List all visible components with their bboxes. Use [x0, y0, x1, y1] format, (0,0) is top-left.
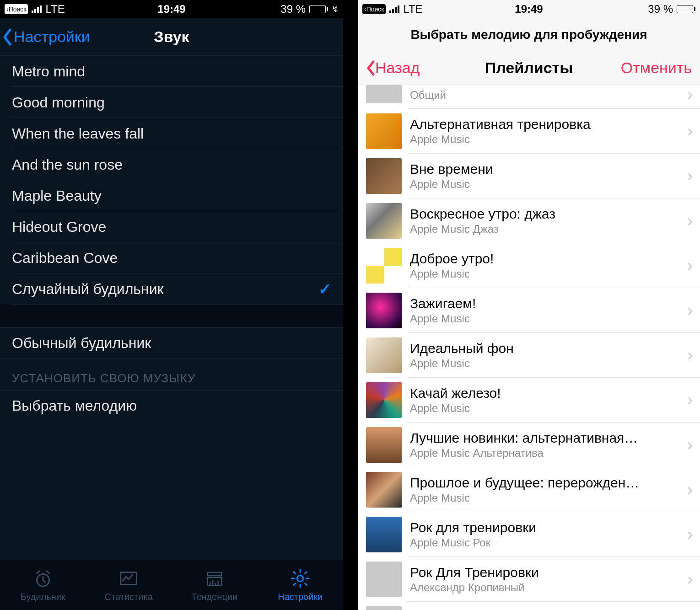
sound-label: When the leaves fall [12, 125, 144, 142]
back-button[interactable]: Настройки [0, 28, 90, 46]
playlist-artwork [366, 248, 402, 284]
sound-row[interactable]: Metro mind [0, 56, 343, 87]
tab-alarm[interactable]: Будильник [0, 560, 86, 610]
playlist-row[interactable]: Воскресное утро: джазApple Music Джаз› [358, 198, 700, 243]
chart-line-icon [118, 568, 139, 589]
back-to-app-pill[interactable]: ‹ Поиск [362, 4, 386, 14]
playlist-row[interactable]: Рок Для ТренировкиАлександр Кропивный› [358, 557, 700, 602]
sound-row[interactable]: Hideout Grove [0, 211, 343, 242]
playlist-artwork [366, 472, 402, 508]
playlist-row[interactable]: Лучшие новинки: альтернативная…Apple Mus… [358, 423, 700, 467]
playlists-list[interactable]: Общий›Альтернативная тренировкаApple Mus… [358, 85, 700, 610]
back-to-app-label: Поиск [9, 5, 27, 13]
playlist-title: Альтернативная тренировка [410, 117, 675, 132]
playlist-subtitle: Apple Music [410, 492, 675, 504]
status-bar: ‹ Поиск LTE 19:49 39 % [358, 0, 700, 18]
svg-point-4 [297, 575, 303, 581]
sound-row[interactable]: Caribbean Cove [0, 242, 343, 273]
page-title: Плейлисты [485, 59, 573, 77]
playlist-row[interactable]: Прошлое и будущее: перерожден…Apple Musi… [358, 467, 700, 512]
playlist-row[interactable]: Качай железо!Apple Music› [358, 378, 700, 423]
tab-label: Настройки [278, 592, 323, 602]
back-label: Назад [375, 59, 420, 77]
playlist-artwork [366, 203, 402, 239]
sound-label: And the sun rose [12, 156, 123, 173]
checkmark-icon: ✓ [318, 280, 331, 298]
sound-row[interactable]: Good morning [0, 87, 343, 118]
section-header-own-music: УСТАНОВИТЬ СВОЮ МУЗЫКУ [0, 359, 343, 390]
chevron-right-icon: › [680, 435, 700, 455]
playlist-row[interactable]: Общий› [358, 85, 700, 109]
section-gap [0, 305, 343, 327]
gear-icon [290, 568, 311, 589]
cancel-button[interactable]: Отменить [621, 59, 692, 77]
chevron-right-icon: › [680, 301, 700, 320]
playlist-row[interactable]: Доброе утро!Apple Music› [358, 243, 700, 288]
sound-row[interactable]: Maple Beauty [0, 180, 343, 211]
playlist-subtitle: Apple Music [410, 178, 675, 191]
sound-row[interactable]: When the leaves fall [0, 118, 343, 149]
nav-bar: Назад Плейлисты Отменить [358, 51, 700, 85]
playlist-artwork [366, 606, 402, 610]
clock: 19:49 [157, 3, 185, 16]
playlist-row[interactable]: Альтернативная тренировкаApple Music› [358, 109, 700, 154]
carrier-label: LTE [45, 3, 65, 16]
sound-row[interactable]: And the sun rose [0, 149, 343, 180]
chevron-right-icon: › [680, 211, 700, 230]
pick-song-row[interactable]: Выбрать мелодию [0, 390, 343, 421]
playlist-subtitle: Apple Music Альтернатива [410, 447, 675, 460]
pick-song-label: Выбрать мелодию [12, 397, 137, 414]
modal-header: Выбрать мелодию для пробуждения [358, 18, 700, 51]
playlist-artwork [366, 113, 402, 149]
sound-label: Caribbean Cove [12, 250, 118, 267]
back-button[interactable]: Назад [366, 59, 420, 77]
page-title: Звук [154, 28, 189, 46]
battery-percent: 39 % [648, 3, 673, 16]
playlist-row[interactable]: Вне времениApple Music› [358, 154, 700, 198]
tab-trends[interactable]: Тенденции [172, 560, 258, 610]
playlist-row[interactable]: Зажигаем!Apple Music› [358, 288, 700, 333]
playlist-row[interactable]: Рок для тренировкиApple Music Рок› [358, 512, 700, 557]
chevron-right-icon: › [680, 85, 700, 104]
playlist-row[interactable]: Тренировка› [358, 602, 700, 610]
signal-icon [389, 5, 399, 13]
playlist-artwork [366, 562, 402, 597]
back-to-app-label: Поиск [366, 5, 384, 13]
tab-bar: Будильник Статистика Тенденции Настройки [0, 560, 343, 610]
carrier-label: LTE [403, 3, 422, 16]
playlist-subtitle: Apple Music [410, 402, 675, 415]
svg-rect-2 [207, 573, 221, 576]
playlist-subtitle: Apple Music [410, 357, 675, 370]
playlist-subtitle: Apple Music [410, 268, 675, 280]
playlist-subtitle: Apple Music Рок [410, 536, 675, 549]
screen-sound-settings: ‹ Поиск LTE 19:49 39 % ↯ Настройки Звук … [0, 0, 343, 610]
playlist-artwork [366, 158, 402, 194]
chevron-left-icon [366, 60, 375, 76]
tab-settings[interactable]: Настройки [258, 560, 344, 610]
battery-icon [309, 5, 328, 13]
playlist-title: Воскресное утро: джаз [410, 206, 675, 222]
playlist-row[interactable]: Идеальный фонApple Music› [358, 333, 700, 378]
chevron-right-icon: › [680, 570, 700, 589]
chevron-right-icon: › [680, 480, 700, 499]
tab-stats[interactable]: Статистика [86, 560, 172, 610]
sound-label: Hideout Grove [12, 219, 106, 235]
playlist-title: Идеальный фон [410, 341, 675, 356]
battery-percent: 39 % [280, 3, 306, 16]
playlist-artwork [366, 337, 402, 373]
sound-row[interactable]: Случайный будильник✓ [0, 273, 343, 305]
charging-icon: ↯ [332, 4, 339, 14]
chevron-right-icon: › [680, 391, 700, 410]
playlist-artwork [366, 293, 402, 328]
tab-label: Тенденции [191, 592, 237, 602]
playlist-title: Рок Для Тренировки [410, 565, 675, 580]
chevron-right-icon: › [680, 122, 700, 141]
sound-label: Good morning [12, 94, 105, 111]
playlist-subtitle: Apple Music [410, 312, 675, 325]
screen-pick-playlist: ‹ Поиск LTE 19:49 39 % Выбрать мелодию д… [358, 0, 700, 610]
playlist-title: Прошлое и будущее: перерожден… [410, 475, 675, 491]
playlist-title: Доброе утро! [410, 251, 675, 267]
bars-stacked-icon [204, 568, 225, 589]
back-to-app-pill[interactable]: ‹ Поиск [5, 4, 28, 14]
regular-alarm-row[interactable]: Обычный будильник [0, 327, 343, 359]
